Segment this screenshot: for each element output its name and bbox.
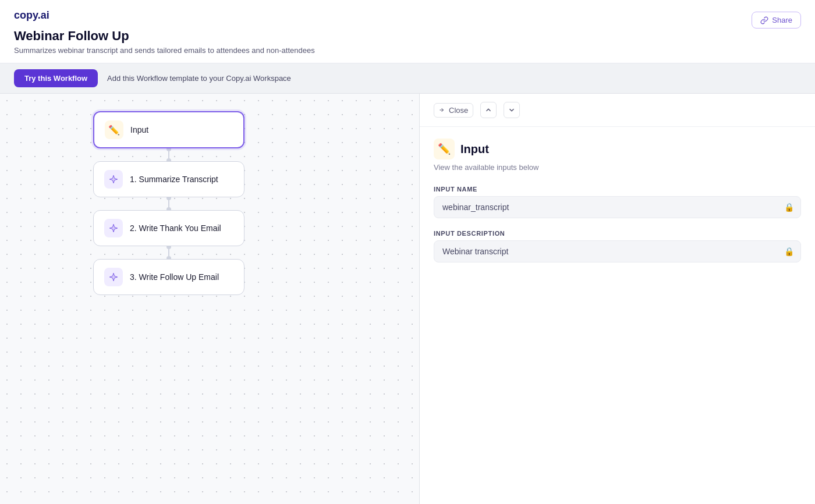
page-subtitle: Summarizes webinar transcript and sends …: [14, 46, 315, 55]
node-follow-up-label: 3. Write Follow Up Email: [130, 272, 219, 282]
canvas-area: ✏️ Input 1. Summarize Transcript: [0, 94, 419, 504]
node-follow-up[interactable]: 3. Write Follow Up Email: [93, 259, 245, 295]
node-follow-up-icon: [104, 268, 123, 286]
input-desc-field-wrapper: 🔒: [434, 240, 801, 262]
share-icon: [760, 16, 768, 24]
node-thank-you-icon: [104, 219, 123, 237]
arrow-up-icon: [484, 106, 492, 114]
connector-1: [168, 148, 169, 161]
page-title: Webinar Follow Up: [14, 29, 315, 44]
input-name-field-wrapper: 🔒: [434, 196, 801, 218]
connector-2: [168, 197, 169, 210]
node-input-label: Input: [130, 125, 148, 134]
lock-icon-1: 🔒: [784, 203, 794, 212]
panel-title: Input: [460, 143, 489, 156]
input-name-field[interactable]: [434, 196, 801, 218]
nav-down-button[interactable]: [504, 102, 520, 118]
nodes-container: ✏️ Input 1. Summarize Transcript: [93, 111, 245, 295]
panel-toolbar: Close: [420, 94, 815, 127]
toolbar-description: Add this Workflow template to your Copy.…: [107, 74, 291, 83]
node-thank-you-label: 2. Write Thank You Email: [130, 223, 221, 233]
panel-description: View the available inputs below: [434, 163, 801, 172]
lock-icon-2: 🔒: [784, 247, 794, 256]
brand-logo: copy.ai: [14, 9, 315, 22]
node-input[interactable]: ✏️ Input: [93, 111, 245, 148]
panel-header-icon: ✏️: [434, 139, 455, 159]
nav-up-button[interactable]: [480, 102, 497, 118]
connector-3: [168, 246, 169, 259]
panel-header: ✏️ Input: [434, 139, 801, 159]
sparkle-icon-1: [109, 175, 118, 184]
close-button[interactable]: Close: [434, 103, 473, 118]
panel-content: ✏️ Input View the available inputs below…: [420, 127, 815, 286]
share-label: Share: [772, 16, 792, 24]
share-button[interactable]: Share: [752, 12, 801, 29]
main-layout: ✏️ Input 1. Summarize Transcript: [0, 94, 815, 504]
right-panel: Close ✏️ Input View the available inputs…: [419, 94, 815, 504]
sparkle-icon-3: [109, 272, 118, 282]
try-workflow-button[interactable]: Try this Workflow: [14, 69, 98, 87]
node-summarize-icon: [104, 170, 123, 189]
header: copy.ai Webinar Follow Up Summarizes web…: [0, 0, 815, 63]
close-icon: [439, 107, 446, 113]
arrow-down-icon: [508, 106, 516, 114]
sparkle-icon-2: [109, 223, 118, 233]
input-desc-label: INPUT DESCRIPTION: [434, 230, 801, 237]
close-label: Close: [449, 106, 468, 115]
node-thank-you[interactable]: 2. Write Thank You Email: [93, 210, 245, 246]
input-name-label: INPUT NAME: [434, 186, 801, 193]
node-summarize[interactable]: 1. Summarize Transcript: [93, 161, 245, 197]
node-summarize-label: 1. Summarize Transcript: [130, 175, 218, 184]
toolbar-bar: Try this Workflow Add this Workflow temp…: [0, 63, 815, 94]
node-input-icon: ✏️: [105, 120, 123, 139]
input-desc-field[interactable]: [434, 240, 801, 262]
